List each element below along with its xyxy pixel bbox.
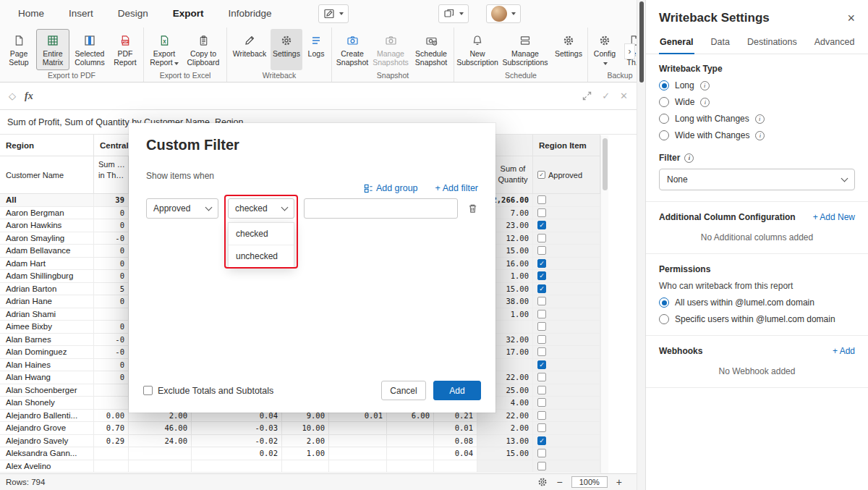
- writeback-button[interactable]: Writeback: [230, 29, 269, 70]
- expand-formula-icon[interactable]: [582, 91, 592, 101]
- page-scrollbar-thumb[interactable]: [639, 1, 644, 83]
- region-item-header[interactable]: Region Item: [533, 135, 600, 156]
- radio-option-long[interactable]: Long i: [659, 80, 855, 90]
- approved-checkbox[interactable]: [537, 347, 546, 356]
- approved-checkbox[interactable]: [537, 310, 546, 318]
- close-icon[interactable]: ×: [847, 12, 855, 25]
- approved-checkbox[interactable]: ✓: [537, 221, 546, 229]
- tab-design[interactable]: Design: [106, 0, 161, 28]
- customer-name-header[interactable]: Customer Name: [0, 156, 94, 194]
- fx-icon[interactable]: fx: [25, 90, 33, 102]
- approved-checkbox[interactable]: [537, 411, 546, 420]
- tab-advanced[interactable]: Advanced: [814, 32, 856, 54]
- approved-checkbox[interactable]: ✓: [537, 259, 546, 268]
- info-icon[interactable]: i: [700, 98, 710, 107]
- filter-value-input[interactable]: [304, 198, 458, 219]
- account-menu-button[interactable]: [486, 4, 521, 23]
- quick-share-button[interactable]: [438, 4, 469, 23]
- sum-of-profit-header[interactable]: Sum of Profit in Thousands: [94, 156, 129, 194]
- table-vertical-scrollbar[interactable]: [600, 135, 608, 473]
- schedule-snapshot-button[interactable]: Schedule Snapshot: [412, 29, 451, 70]
- radio-icon[interactable]: [659, 130, 669, 140]
- selected-columns-button[interactable]: Selected Columns: [71, 29, 109, 70]
- info-icon[interactable]: i: [755, 114, 765, 124]
- radio-icon[interactable]: [659, 97, 669, 107]
- tab-export[interactable]: Export: [161, 0, 216, 28]
- delete-filter-icon[interactable]: [467, 203, 478, 214]
- exclude-totals-checkbox-row[interactable]: Exclude Totals and Subtotals: [143, 386, 273, 396]
- radio-option-specific-users[interactable]: Specific users within @lumel.com domain: [659, 314, 855, 324]
- add-group-link[interactable]: Add group: [364, 183, 418, 193]
- radio-option-wide-with-changes[interactable]: Wide with Changes i: [659, 130, 855, 140]
- approved-checkbox[interactable]: [537, 398, 546, 407]
- schedule-settings-button[interactable]: Settings: [553, 29, 584, 70]
- add-new-column-link[interactable]: + Add New: [813, 212, 855, 222]
- approved-checkbox[interactable]: [537, 195, 546, 204]
- quick-writeback-form-button[interactable]: [318, 4, 349, 23]
- zoom-level[interactable]: 100%: [571, 476, 608, 488]
- add-filter-link[interactable]: + Add filter: [435, 183, 478, 193]
- approved-checkbox[interactable]: [537, 373, 546, 381]
- approved-checkbox[interactable]: ✓: [537, 271, 546, 280]
- approved-checkbox[interactable]: [537, 423, 546, 432]
- page-scrollbar[interactable]: [637, 0, 645, 490]
- info-icon[interactable]: i: [700, 81, 710, 90]
- info-icon[interactable]: i: [755, 131, 765, 140]
- radio-icon[interactable]: [659, 297, 669, 308]
- config-button[interactable]: Config: [591, 29, 618, 70]
- writeback-settings-button[interactable]: Settings: [271, 29, 302, 70]
- manage-snapshots-button[interactable]: Manage Snapshots: [371, 29, 410, 70]
- add-webhook-link[interactable]: + Add: [833, 346, 855, 356]
- tab-destinations[interactable]: Destinations: [746, 32, 798, 54]
- pdf-report-button[interactable]: PDF PDF Report: [110, 29, 140, 70]
- approved-checkbox[interactable]: ✓: [537, 284, 546, 293]
- settings-gear-icon[interactable]: [537, 477, 548, 487]
- approved-checkbox[interactable]: [537, 208, 546, 217]
- checkbox-icon[interactable]: [143, 386, 153, 395]
- radio-icon[interactable]: [659, 114, 669, 124]
- approved-checkbox[interactable]: [537, 234, 546, 242]
- zoom-in-button[interactable]: +: [616, 476, 622, 488]
- entire-matrix-button[interactable]: Entire Matrix: [36, 29, 69, 70]
- approved-checkbox[interactable]: [537, 246, 546, 255]
- approved-checkbox[interactable]: [537, 297, 546, 305]
- filter-field-dropdown[interactable]: Approved: [146, 198, 218, 219]
- new-subscription-button[interactable]: New Subscription: [457, 29, 498, 70]
- zoom-out-button[interactable]: −: [556, 476, 562, 488]
- page-setup-button[interactable]: Page Setup: [3, 29, 35, 70]
- cancel-button[interactable]: Cancel: [381, 381, 426, 400]
- logs-button[interactable]: Logs: [304, 29, 328, 70]
- approved-checkbox[interactable]: [537, 335, 546, 344]
- radio-option-wide[interactable]: Wide i: [659, 97, 855, 107]
- tab-home[interactable]: Home: [6, 0, 56, 28]
- filter-dropdown[interactable]: None: [659, 169, 855, 190]
- approved-checkbox[interactable]: [537, 449, 546, 457]
- scrollbar-thumb[interactable]: [603, 138, 608, 190]
- approved-checkbox[interactable]: [537, 386, 546, 394]
- menu-option-checked[interactable]: checked: [229, 223, 294, 245]
- tab-data[interactable]: Data: [710, 32, 731, 54]
- radio-option-long-with-changes[interactable]: Long with Changes i: [659, 114, 855, 124]
- approved-checkbox[interactable]: [537, 462, 546, 470]
- radio-icon[interactable]: [659, 314, 669, 324]
- add-button[interactable]: Add: [433, 381, 481, 400]
- create-snapshot-button[interactable]: Create Snapshot: [335, 29, 370, 70]
- region-header[interactable]: Region: [0, 135, 94, 156]
- radio-option-all-users[interactable]: All users within @lumel.com domain: [659, 297, 855, 308]
- info-icon[interactable]: i: [684, 153, 694, 163]
- ribbon-expand-chevron[interactable]: ›: [624, 43, 635, 59]
- link-icon[interactable]: ◇: [9, 90, 16, 101]
- confirm-icon[interactable]: ✓: [602, 90, 610, 101]
- copy-to-clipboard-button[interactable]: Copy to Clipboard: [183, 29, 224, 70]
- export-report-button[interactable]: X Export Report: [147, 29, 182, 70]
- radio-icon[interactable]: [659, 80, 669, 90]
- approved-checkbox[interactable]: [537, 322, 546, 331]
- cancel-icon[interactable]: ✕: [620, 90, 628, 101]
- tab-infobridge[interactable]: Infobridge: [216, 0, 284, 28]
- approved-checkbox[interactable]: ✓: [537, 360, 546, 369]
- tab-general[interactable]: General: [659, 32, 694, 54]
- approved-header[interactable]: ✓ Approved: [533, 156, 600, 194]
- filter-operator-dropdown[interactable]: checked: [228, 198, 294, 219]
- approved-checkbox[interactable]: ✓: [537, 436, 546, 445]
- manage-subscriptions-button[interactable]: Manage Subscriptions: [499, 29, 551, 70]
